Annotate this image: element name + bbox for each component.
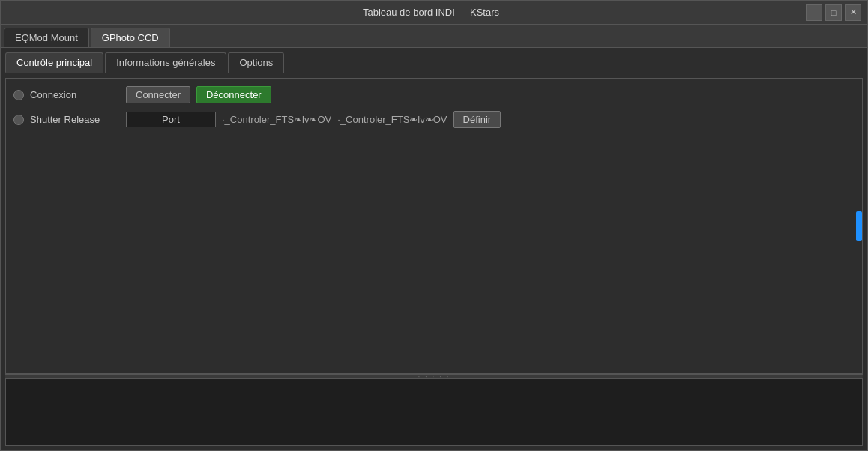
tab-eqmod-mount[interactable]: EQMod Mount — [4, 28, 89, 47]
title-bar: Tableau de bord INDI — KStars − □ ✕ — [1, 1, 867, 25]
log-panel — [5, 378, 863, 446]
shutter-indicator — [13, 115, 24, 125]
panel-content: Connexion Connecter Déconnecter Shutter … — [6, 79, 862, 373]
main-panel: Connexion Connecter Déconnecter Shutter … — [5, 78, 863, 374]
port-text2: ·_Controler_FTS❧lv❧OV — [337, 114, 447, 125]
tab-controle-principal[interactable]: Contrôle principal — [5, 52, 103, 73]
port-text1: ·_Controler_FTS❧lv❧OV — [222, 114, 331, 125]
content-area: Contrôle principal Informations générale… — [1, 48, 867, 450]
close-button[interactable]: ✕ — [845, 4, 861, 21]
tab-gphoto-ccd[interactable]: GPhoto CCD — [91, 28, 170, 47]
window-title: Tableau de bord INDI — KStars — [56, 7, 806, 18]
tab-options[interactable]: Options — [228, 52, 284, 73]
shutter-release-row: Shutter Release ·_Controler_FTS❧lv❧OV ·_… — [13, 111, 855, 128]
maximize-button[interactable]: □ — [825, 4, 842, 21]
window-controls: − □ ✕ — [806, 4, 861, 21]
scroll-indicator-right[interactable] — [856, 211, 862, 241]
tab-informations-generales[interactable]: Informations générales — [105, 52, 226, 73]
port-input[interactable] — [126, 112, 216, 127]
inner-tabs: Contrôle principal Informations générale… — [5, 52, 863, 73]
connexion-indicator — [13, 90, 24, 100]
connexion-row: Connexion Connecter Déconnecter — [13, 86, 855, 103]
connexion-label: Connexion — [30, 89, 120, 100]
minimize-button[interactable]: − — [806, 4, 822, 21]
definir-button[interactable]: Définir — [453, 111, 501, 128]
outer-tabs: EQMod Mount GPhoto CCD — [1, 25, 867, 48]
deconnecter-button[interactable]: Déconnecter — [196, 86, 271, 103]
shutter-label: Shutter Release — [30, 114, 120, 125]
connecter-button[interactable]: Connecter — [126, 86, 190, 103]
main-window: Tableau de bord INDI — KStars − □ ✕ EQMo… — [0, 0, 868, 451]
